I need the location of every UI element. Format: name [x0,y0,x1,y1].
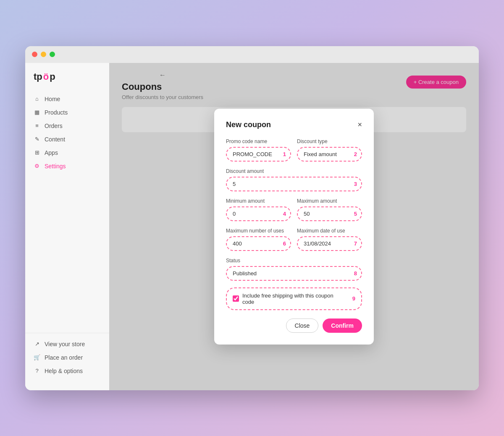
promo-code-label: Promo code name [226,138,291,144]
browser-content: tpöp ⌂ Home ▦ Products ≡ Orders ✎ Conten… [25,63,479,390]
logo-text: tp [34,71,42,82]
max-uses-label: Maximum number of uses [226,228,291,234]
sidebar-label-content: Content [45,136,65,143]
sidebar-label-help: Help & options [45,368,83,374]
maximum-amount-input[interactable] [298,207,361,220]
free-shipping-checkbox[interactable] [233,295,239,302]
status-wrapper: Published Draft 8 [226,266,362,281]
discount-amount-label: Discount amount [226,168,362,174]
sidebar-label-orders: Orders [45,123,63,129]
browser-titlebar [25,46,479,63]
view-store-icon: ↗ [34,341,40,347]
place-order-icon: 🛒 [34,354,40,361]
form-row-3: Minimum amount 4 Maximum amount 5 [226,198,362,221]
sidebar-item-settings[interactable]: ⚙ Settings [25,159,109,173]
app-logo: tpöp [25,71,109,92]
sidebar-item-place-order[interactable]: 🛒 Place an order [25,351,109,364]
max-date-label: Maximum date of use [297,228,362,234]
modal-header: New coupon × [226,120,362,129]
promo-code-group: Promo code name 1 [226,138,291,162]
minimum-amount-label: Minimum amount [226,198,291,204]
help-icon: ? [34,368,40,374]
promo-code-wrapper: 1 [226,147,291,162]
minimum-amount-wrapper: 4 [226,206,291,221]
sidebar-item-content[interactable]: ✎ Content [25,133,109,146]
max-uses-wrapper: 6 [226,236,291,251]
sidebar-item-products[interactable]: ▦ Products [25,106,109,119]
status-label: Status [226,258,362,264]
sidebar-item-orders[interactable]: ≡ Orders [25,119,109,133]
sidebar-item-apps[interactable]: ⊞ Apps [25,146,109,159]
minimum-amount-number: 4 [283,211,286,217]
free-shipping-number: 9 [352,295,355,302]
discount-amount-group: Discount amount 3 [226,168,362,191]
minimum-amount-input[interactable] [227,207,290,220]
status-group: Status Published Draft 8 [226,258,362,281]
modal-overlay: New coupon × Promo code name 1 [109,63,479,390]
max-uses-group: Maximum number of uses 6 [226,228,291,251]
close-window-button[interactable] [32,52,37,57]
sidebar-bottom: ↗ View your store 🛒 Place an order ? Hel… [25,333,109,382]
new-coupon-modal: New coupon × Promo code name 1 [214,109,374,345]
form-row-5: Status Published Draft 8 [226,258,362,281]
discount-amount-input[interactable] [227,178,361,191]
modal-close-button[interactable]: × [357,121,362,128]
sidebar-label-view-store: View your store [45,341,85,347]
sidebar-item-view-store[interactable]: ↗ View your store [25,337,109,351]
maximum-amount-number: 5 [354,211,357,217]
free-shipping-checkbox-wrapper [233,295,239,302]
main-content: ← Coupons Offer discounts to your custom… [109,63,479,390]
promo-code-number: 1 [283,151,286,157]
max-uses-input[interactable] [227,237,290,250]
content-icon: ✎ [34,136,40,143]
discount-type-select[interactable]: Fixed amount Percentage [298,148,361,161]
discount-type-number: 2 [354,151,357,157]
maximum-amount-wrapper: 5 [297,206,362,221]
modal-footer: Close Confirm [226,319,362,333]
apps-icon: ⊞ [34,149,40,156]
maximum-amount-group: Maximum amount 5 [297,198,362,221]
maximum-amount-label: Maximum amount [297,198,362,204]
sidebar-label-settings: Settings [45,163,66,170]
close-button[interactable]: Close [286,319,319,333]
maximize-window-button[interactable] [50,52,55,57]
logo-text2: p [50,71,55,82]
modal-title: New coupon [226,120,271,129]
sidebar-item-home[interactable]: ⌂ Home [25,92,109,106]
form-row-2: Discount amount 3 [226,168,362,191]
confirm-button[interactable]: Confirm [323,319,362,333]
sidebar-item-help[interactable]: ? Help & options [25,364,109,378]
max-date-input[interactable] [298,237,361,250]
max-uses-number: 6 [283,240,286,247]
minimum-amount-group: Minimum amount 4 [226,198,291,221]
products-icon: ▦ [34,109,40,116]
form-row-1: Promo code name 1 Discount type Fixed am… [226,138,362,162]
logo-dot: ö [43,71,49,82]
free-shipping-label: Include free shipping with this coupon c… [242,292,346,305]
max-date-group: Maximum date of use 7 [297,228,362,251]
discount-amount-wrapper: 3 [226,177,362,191]
settings-icon: ⚙ [34,163,40,170]
sidebar-label-products: Products [45,109,68,116]
sidebar-label-apps: Apps [45,149,58,156]
status-number: 8 [354,270,357,277]
orders-icon: ≡ [34,123,40,129]
free-shipping-row: Include free shipping with this coupon c… [226,287,362,310]
max-date-wrapper: 7 [297,236,362,251]
discount-type-label: Discount type [297,138,362,144]
status-select[interactable]: Published Draft [227,267,361,280]
sidebar-label-place-order: Place an order [45,354,83,361]
discount-amount-number: 3 [354,181,357,187]
promo-code-input[interactable] [227,148,290,161]
sidebar: tpöp ⌂ Home ▦ Products ≡ Orders ✎ Conten… [25,63,109,390]
minimize-window-button[interactable] [41,52,46,57]
browser-window: tpöp ⌂ Home ▦ Products ≡ Orders ✎ Conten… [25,46,479,390]
form-row-4: Maximum number of uses 6 Maximum date of… [226,228,362,251]
home-icon: ⌂ [34,96,40,102]
discount-type-group: Discount type Fixed amount Percentage 2 [297,138,362,162]
discount-type-wrapper: Fixed amount Percentage 2 [297,147,362,162]
sidebar-label-home: Home [45,96,60,102]
max-date-number: 7 [354,240,357,247]
